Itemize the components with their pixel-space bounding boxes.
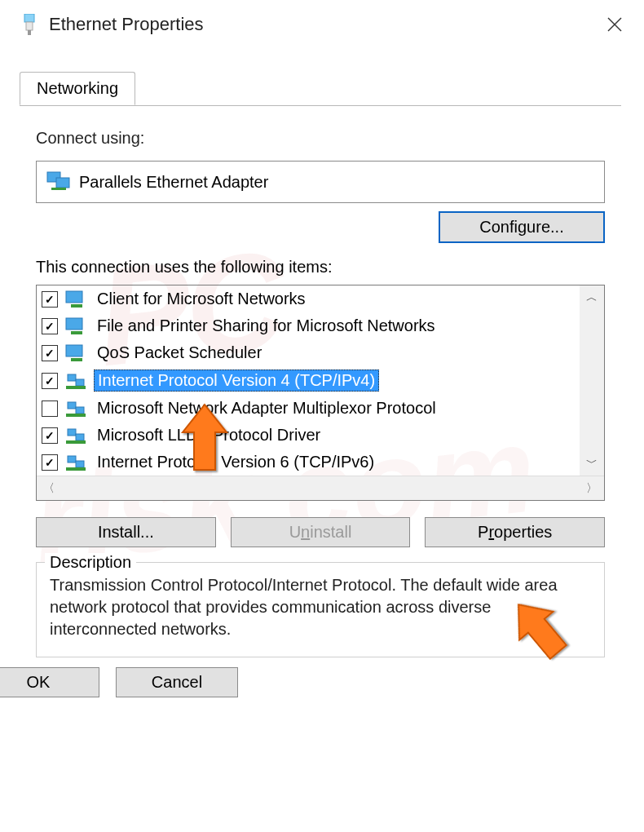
vertical-scrollbar[interactable]: ︿ ﹀ bbox=[580, 285, 604, 476]
close-button[interactable] bbox=[598, 8, 631, 41]
checkbox[interactable] bbox=[42, 291, 58, 308]
scroll-track[interactable] bbox=[580, 310, 604, 451]
svg-rect-16 bbox=[66, 386, 86, 389]
svg-rect-24 bbox=[76, 461, 84, 467]
list-item[interactable]: Internet Protocol Version 4 (TCP/IPv4) bbox=[37, 366, 580, 395]
list-item[interactable]: QoS Packet Scheduler bbox=[37, 339, 580, 366]
checkbox[interactable] bbox=[42, 373, 58, 389]
properties-button[interactable]: Properties bbox=[425, 517, 605, 547]
scroll-track[interactable] bbox=[61, 476, 580, 500]
list-item[interactable]: Client for Microsoft Networks bbox=[37, 285, 580, 312]
cancel-button[interactable]: Cancel bbox=[116, 667, 238, 697]
tab-networking[interactable]: Networking bbox=[20, 72, 135, 105]
titlebar: Ethernet Properties bbox=[0, 0, 644, 46]
adapter-box: Parallels Ethernet Adapter bbox=[36, 161, 605, 203]
svg-rect-25 bbox=[66, 467, 86, 471]
scroll-up-icon[interactable]: ︿ bbox=[580, 285, 604, 310]
svg-rect-7 bbox=[51, 188, 66, 190]
horizontal-scrollbar[interactable]: 〈 〉 bbox=[37, 476, 604, 500]
svg-rect-22 bbox=[66, 440, 86, 444]
window-title: Ethernet Properties bbox=[49, 14, 598, 35]
checkbox[interactable] bbox=[42, 454, 58, 471]
svg-rect-13 bbox=[71, 358, 82, 361]
ok-button[interactable]: OK bbox=[0, 667, 99, 697]
ethernet-icon bbox=[21, 13, 37, 36]
adapter-name: Parallels Ethernet Adapter bbox=[79, 173, 268, 192]
svg-rect-0 bbox=[24, 14, 34, 22]
item-label: Internet Protocol Version 6 (TCP/IPv6) bbox=[94, 452, 377, 472]
network-icon bbox=[64, 399, 87, 418]
checkbox[interactable] bbox=[42, 401, 58, 417]
svg-rect-10 bbox=[66, 318, 82, 330]
svg-rect-14 bbox=[68, 374, 76, 381]
checkbox[interactable] bbox=[42, 345, 58, 361]
scroll-right-icon[interactable]: 〉 bbox=[580, 476, 604, 500]
adapter-icon bbox=[46, 170, 71, 194]
list-item[interactable]: Microsoft LLDP Protocol Driver bbox=[37, 422, 580, 449]
svg-rect-18 bbox=[76, 407, 84, 414]
description-label: Description bbox=[45, 553, 136, 572]
item-label: File and Printer Sharing for Microsoft N… bbox=[94, 316, 439, 336]
network-icon bbox=[64, 371, 87, 391]
scroll-left-icon[interactable]: 〈 bbox=[37, 476, 61, 500]
svg-rect-1 bbox=[26, 22, 33, 30]
svg-rect-20 bbox=[68, 429, 76, 436]
connection-items-list: Client for Microsoft NetworksFile and Pr… bbox=[36, 285, 605, 501]
list-item[interactable]: File and Printer Sharing for Microsoft N… bbox=[37, 312, 580, 339]
item-label: Client for Microsoft Networks bbox=[94, 289, 309, 309]
list-item[interactable]: Internet Protocol Version 6 (TCP/IPv6) bbox=[37, 449, 580, 476]
network-icon bbox=[64, 453, 87, 472]
svg-rect-15 bbox=[76, 379, 84, 386]
checkbox[interactable] bbox=[42, 427, 58, 444]
checkbox[interactable] bbox=[42, 318, 58, 334]
install-button[interactable]: Install... bbox=[36, 517, 216, 547]
items-label: This connection uses the following items… bbox=[36, 258, 605, 277]
svg-rect-21 bbox=[76, 434, 84, 440]
svg-rect-12 bbox=[66, 345, 82, 356]
item-label: Internet Protocol Version 4 (TCP/IPv4) bbox=[94, 370, 379, 392]
network-icon bbox=[64, 426, 87, 445]
uninstall-button: Uninstall bbox=[231, 517, 411, 547]
svg-rect-11 bbox=[71, 331, 82, 334]
tab-strip: Networking bbox=[20, 72, 621, 106]
scroll-down-icon[interactable]: ﹀ bbox=[580, 451, 604, 476]
item-label: Microsoft Network Adapter Multiplexor Pr… bbox=[94, 398, 439, 418]
svg-rect-23 bbox=[68, 456, 76, 462]
svg-rect-19 bbox=[66, 414, 86, 417]
item-label: QoS Packet Scheduler bbox=[94, 343, 265, 363]
list-item[interactable]: Microsoft Network Adapter Multiplexor Pr… bbox=[37, 395, 580, 422]
svg-rect-2 bbox=[28, 30, 31, 35]
description-group: Description Transmission Control Protoco… bbox=[36, 562, 605, 657]
monitor-icon bbox=[64, 290, 87, 309]
configure-button[interactable]: Configure... bbox=[439, 211, 605, 243]
svg-rect-17 bbox=[68, 402, 76, 409]
monitor-icon bbox=[64, 343, 87, 363]
svg-rect-8 bbox=[66, 291, 82, 303]
monitor-icon bbox=[64, 316, 87, 336]
description-text: Transmission Control Protocol/Internet P… bbox=[50, 574, 591, 640]
svg-rect-9 bbox=[71, 304, 82, 308]
item-label: Microsoft LLDP Protocol Driver bbox=[94, 425, 324, 445]
connect-using-label: Connect using: bbox=[36, 129, 605, 148]
svg-rect-6 bbox=[56, 178, 69, 188]
